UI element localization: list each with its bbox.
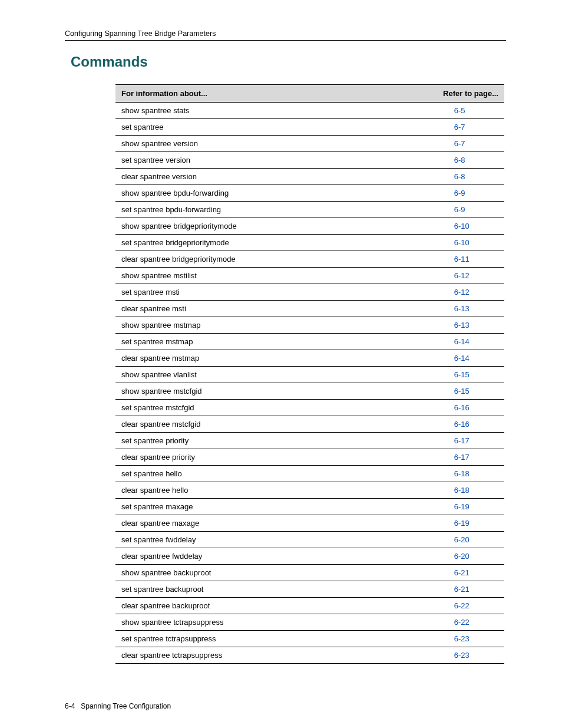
command-name: show spantree backuproot bbox=[115, 565, 419, 581]
table-row: show spantree backuproot6-21 bbox=[115, 565, 504, 581]
page-link[interactable]: 6-20 bbox=[419, 532, 504, 548]
table-row: set spantree maxage6-19 bbox=[115, 499, 504, 515]
page-link[interactable]: 6-19 bbox=[419, 499, 504, 515]
command-name: set spantree mstmap bbox=[115, 334, 419, 350]
page-number: 6-4 bbox=[65, 702, 75, 710]
command-name: set spantree fwddelay bbox=[115, 532, 419, 548]
command-name: set spantree tctrapsuppress bbox=[115, 631, 419, 647]
table-row: set spantree mstcfgid6-16 bbox=[115, 400, 504, 416]
command-name: set spantree bbox=[115, 119, 419, 136]
page-link[interactable]: 6-17 bbox=[419, 433, 504, 449]
command-name: clear spantree tctrapsuppress bbox=[115, 647, 419, 664]
page-link[interactable]: 6-22 bbox=[419, 614, 504, 631]
page-link[interactable]: 6-12 bbox=[419, 284, 504, 301]
table-header-row: For information about... Refer to page..… bbox=[115, 85, 504, 103]
command-name: set spantree maxage bbox=[115, 499, 419, 515]
table-row: show spantree tctrapsuppress6-22 bbox=[115, 614, 504, 631]
page-link[interactable]: 6-18 bbox=[419, 466, 504, 482]
table-row: clear spantree hello6-18 bbox=[115, 482, 504, 499]
page-link[interactable]: 6-15 bbox=[419, 383, 504, 400]
command-name: clear spantree msti bbox=[115, 301, 419, 317]
page-link[interactable]: 6-10 bbox=[419, 235, 504, 251]
command-name: show spantree mstilist bbox=[115, 268, 419, 284]
page-link[interactable]: 6-11 bbox=[419, 251, 504, 268]
table-row: set spantree bridgeprioritymode6-10 bbox=[115, 235, 504, 251]
table-row: clear spantree msti6-13 bbox=[115, 301, 504, 317]
command-name: clear spantree version bbox=[115, 169, 419, 185]
section-title: Commands bbox=[71, 54, 506, 70]
table-row: clear spantree fwddelay6-20 bbox=[115, 548, 504, 565]
command-name: show spantree mstmap bbox=[115, 317, 419, 334]
command-name: set spantree version bbox=[115, 152, 419, 169]
page-link[interactable]: 6-13 bbox=[419, 301, 504, 317]
table-row: set spantree version6-8 bbox=[115, 152, 504, 169]
page-link[interactable]: 6-7 bbox=[419, 136, 504, 152]
page-footer: 6-4 Spanning Tree Configuration bbox=[65, 678, 506, 710]
page-link[interactable]: 6-15 bbox=[419, 367, 504, 383]
command-name: set spantree bridgeprioritymode bbox=[115, 235, 419, 251]
page-header: Configuring Spanning Tree Bridge Paramet… bbox=[65, 29, 506, 41]
table-row: show spantree version6-7 bbox=[115, 136, 504, 152]
command-name: set spantree priority bbox=[115, 433, 419, 449]
command-name: clear spantree mstmap bbox=[115, 350, 419, 367]
header-info: For information about... bbox=[115, 85, 419, 103]
page-link[interactable]: 6-7 bbox=[419, 119, 504, 136]
table-row: clear spantree maxage6-19 bbox=[115, 515, 504, 532]
page-link[interactable]: 6-14 bbox=[419, 350, 504, 367]
command-name: clear spantree hello bbox=[115, 482, 419, 499]
page-link[interactable]: 6-16 bbox=[419, 416, 504, 433]
page-link[interactable]: 6-21 bbox=[419, 565, 504, 581]
command-name: show spantree vlanlist bbox=[115, 367, 419, 383]
table-row: set spantree tctrapsuppress6-23 bbox=[115, 631, 504, 647]
command-name: show spantree version bbox=[115, 136, 419, 152]
page-link[interactable]: 6-5 bbox=[419, 103, 504, 119]
command-name: show spantree stats bbox=[115, 103, 419, 119]
page-link[interactable]: 6-10 bbox=[419, 218, 504, 235]
breadcrumb: Configuring Spanning Tree Bridge Paramet… bbox=[65, 29, 216, 38]
table-row: clear spantree mstmap6-14 bbox=[115, 350, 504, 367]
page-link[interactable]: 6-9 bbox=[419, 202, 504, 218]
page-link[interactable]: 6-13 bbox=[419, 317, 504, 334]
table-row: show spantree bridgeprioritymode6-10 bbox=[115, 218, 504, 235]
table-row: set spantree backuproot6-21 bbox=[115, 581, 504, 598]
page-link[interactable]: 6-8 bbox=[419, 152, 504, 169]
page-link[interactable]: 6-19 bbox=[419, 515, 504, 532]
page-link[interactable]: 6-16 bbox=[419, 400, 504, 416]
page-link[interactable]: 6-20 bbox=[419, 548, 504, 565]
table-row: clear spantree mstcfgid6-16 bbox=[115, 416, 504, 433]
table-row: show spantree mstilist6-12 bbox=[115, 268, 504, 284]
command-name: clear spantree maxage bbox=[115, 515, 419, 532]
table-row: show spantree stats6-5 bbox=[115, 103, 504, 119]
page-link[interactable]: 6-12 bbox=[419, 268, 504, 284]
table-row: set spantree bpdu-forwarding6-9 bbox=[115, 202, 504, 218]
command-name: show spantree bpdu-forwarding bbox=[115, 185, 419, 202]
commands-table: For information about... Refer to page..… bbox=[115, 84, 504, 664]
table-row: clear spantree version6-8 bbox=[115, 169, 504, 185]
command-name: clear spantree backuproot bbox=[115, 598, 419, 614]
command-name: clear spantree fwddelay bbox=[115, 548, 419, 565]
page-link[interactable]: 6-23 bbox=[419, 631, 504, 647]
page-link[interactable]: 6-18 bbox=[419, 482, 504, 499]
table-row: set spantree msti6-12 bbox=[115, 284, 504, 301]
page-link[interactable]: 6-9 bbox=[419, 185, 504, 202]
table-row: show spantree vlanlist6-15 bbox=[115, 367, 504, 383]
commands-table-wrap: For information about... Refer to page..… bbox=[115, 84, 504, 664]
table-row: show spantree bpdu-forwarding6-9 bbox=[115, 185, 504, 202]
page-link[interactable]: 6-8 bbox=[419, 169, 504, 185]
command-name: set spantree hello bbox=[115, 466, 419, 482]
table-row: set spantree hello6-18 bbox=[115, 466, 504, 482]
command-name: clear spantree mstcfgid bbox=[115, 416, 419, 433]
table-row: set spantree6-7 bbox=[115, 119, 504, 136]
page-link[interactable]: 6-23 bbox=[419, 647, 504, 664]
chapter-name: Spanning Tree Configuration bbox=[81, 702, 171, 710]
command-name: show spantree tctrapsuppress bbox=[115, 614, 419, 631]
table-row: clear spantree tctrapsuppress6-23 bbox=[115, 647, 504, 664]
command-name: set spantree backuproot bbox=[115, 581, 419, 598]
page-link[interactable]: 6-22 bbox=[419, 598, 504, 614]
header-page: Refer to page... bbox=[419, 85, 504, 103]
page-link[interactable]: 6-14 bbox=[419, 334, 504, 350]
page-link[interactable]: 6-21 bbox=[419, 581, 504, 598]
page-link[interactable]: 6-17 bbox=[419, 449, 504, 466]
table-row: set spantree mstmap6-14 bbox=[115, 334, 504, 350]
command-name: show spantree mstcfgid bbox=[115, 383, 419, 400]
